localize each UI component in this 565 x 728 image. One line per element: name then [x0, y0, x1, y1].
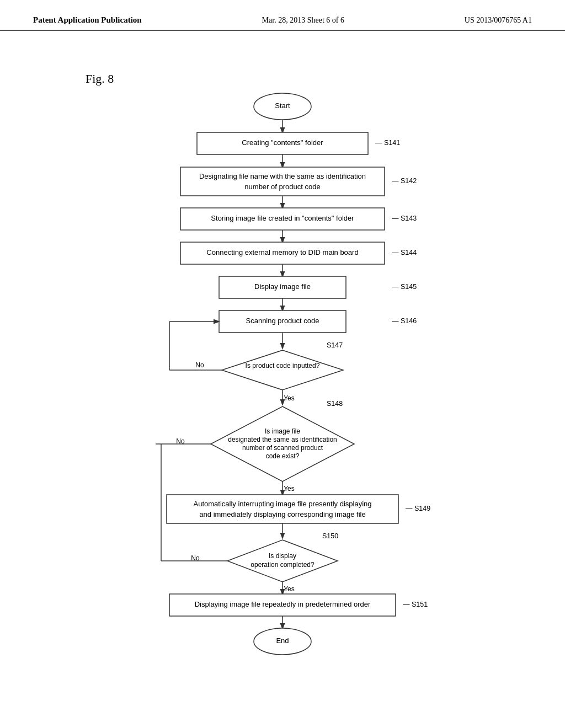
flowchart-svg: Start Creating "contents" folder — S141 … [84, 85, 481, 703]
svg-text:— S146: — S146 [392, 317, 417, 325]
svg-text:Is image file: Is image file [265, 427, 300, 435]
svg-text:— S142: — S142 [392, 177, 417, 185]
svg-text:No: No [195, 361, 204, 369]
svg-text:S150: S150 [322, 532, 338, 540]
svg-text:— S151: — S151 [403, 601, 428, 608]
svg-text:Scanning product code: Scanning product code [246, 317, 319, 325]
svg-text:— S141: — S141 [375, 139, 400, 147]
fig-label: Fig. 8 [86, 72, 114, 86]
svg-text:number of product code: number of product code [244, 183, 320, 191]
svg-text:— S144: — S144 [392, 249, 417, 256]
svg-text:Display image file: Display image file [254, 282, 311, 291]
svg-text:Storing image file created in : Storing image file created in "contents"… [211, 214, 354, 222]
svg-text:S147: S147 [327, 341, 343, 349]
svg-text:Yes: Yes [284, 485, 295, 493]
svg-text:Is display: Is display [269, 552, 296, 560]
svg-text:— S145: — S145 [392, 283, 417, 291]
svg-text:Yes: Yes [284, 394, 295, 402]
svg-text:operation completed?: operation completed? [250, 561, 315, 569]
svg-marker-29 [222, 350, 343, 390]
header-center: Mar. 28, 2013 Sheet 6 of 6 [262, 16, 344, 25]
svg-rect-47 [167, 495, 398, 523]
svg-text:— S149: — S149 [406, 505, 430, 512]
svg-text:code exist?: code exist? [266, 452, 300, 460]
svg-text:Is product code inputted?: Is product code inputted? [246, 362, 320, 370]
svg-text:End: End [276, 636, 289, 645]
svg-text:— S143: — S143 [392, 215, 417, 222]
svg-text:and immediately displaying cor: and immediately displaying corresponding… [199, 510, 365, 518]
header-right: US 2013/0076765 A1 [465, 16, 532, 25]
svg-text:Displaying image file repeated: Displaying image file repeatedly in pred… [195, 600, 371, 608]
flowchart-container: Start Creating "contents" folder — S141 … [0, 85, 565, 703]
svg-text:designated the same as identif: designated the same as identification [228, 436, 337, 443]
svg-text:Yes: Yes [284, 585, 295, 593]
svg-text:Creating "contents" folder: Creating "contents" folder [242, 138, 323, 147]
svg-text:Connecting external memory to : Connecting external memory to DID main b… [206, 248, 358, 256]
svg-text:S148: S148 [327, 400, 343, 408]
svg-rect-7 [180, 167, 385, 196]
svg-text:Start: Start [275, 101, 290, 110]
header-left: Patent Application Publication [33, 15, 142, 25]
svg-text:Automatically interrupting ima: Automatically interrupting image file pr… [194, 500, 372, 508]
svg-text:Designating file name with the: Designating file name with the same as i… [199, 172, 366, 180]
svg-text:number of scanned product: number of scanned product [242, 444, 323, 452]
page-header: Patent Application Publication Mar. 28, … [0, 0, 565, 31]
